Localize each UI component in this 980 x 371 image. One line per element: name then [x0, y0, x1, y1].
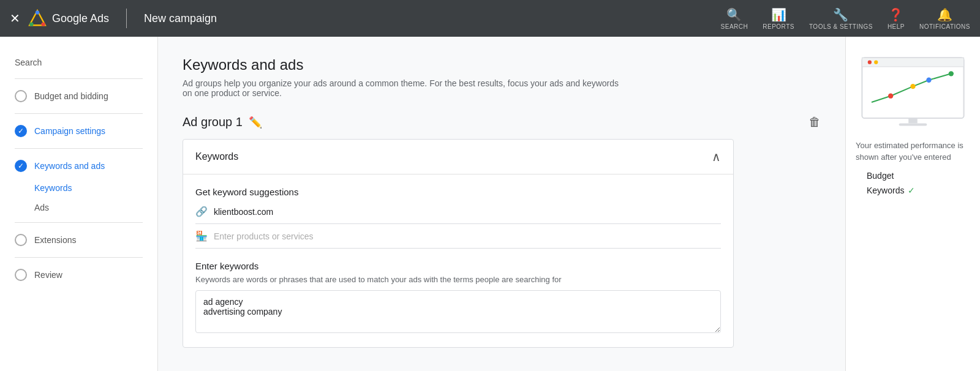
campaign-title: New campaign — [144, 12, 217, 25]
enter-keywords-desc: Keywords are words or phrases that are u… — [195, 275, 721, 284]
keywords-ads-label: Keywords and ads — [34, 161, 105, 171]
keywords-sub-label: Keywords — [34, 183, 72, 193]
keywords-card-header: Keywords ∧ — [183, 140, 733, 174]
help-nav-button[interactable]: ❓ HELP — [888, 7, 905, 30]
budget-label: Budget and bidding — [34, 91, 108, 101]
performance-list: Budget Keywords ✓ — [856, 171, 970, 195]
svg-point-10 — [888, 94, 893, 99]
performance-text: Your estimated performance is shown afte… — [856, 140, 970, 163]
keywords-check-icon: ✓ — [908, 186, 915, 195]
svg-rect-9 — [899, 123, 927, 126]
ad-group-header: Ad group 1 ✏️ 🗑 — [183, 115, 821, 129]
sidebar-item-campaign-settings[interactable]: ✓ Campaign settings — [0, 119, 157, 143]
products-input-row: 🏪 — [195, 230, 721, 249]
keywords-card-title: Keywords — [195, 151, 238, 162]
sidebar-item-search[interactable]: Search — [0, 51, 157, 73]
sidebar-item-budget[interactable]: Budget and bidding — [0, 84, 157, 108]
right-panel: Your estimated performance is shown afte… — [845, 37, 980, 371]
search-nav-button[interactable]: 🔍 SEARCH — [721, 7, 748, 30]
svg-point-2 — [29, 22, 33, 26]
svg-rect-8 — [908, 118, 918, 123]
svg-point-3 — [41, 22, 45, 26]
sidebar-item-ads[interactable]: Ads — [0, 198, 157, 217]
svg-point-7 — [874, 61, 878, 64]
keywords-textarea[interactable]: ad agency advertising company — [195, 290, 721, 333]
campaign-settings-label: Campaign settings — [34, 126, 105, 136]
link-icon: 🔗 — [195, 206, 208, 217]
logo-icon — [28, 9, 47, 28]
enter-keywords-title: Enter keywords — [195, 261, 721, 271]
budget-item-label: Budget — [867, 171, 894, 181]
svg-point-12 — [926, 78, 931, 83]
svg-point-13 — [949, 71, 954, 76]
get-suggestions-title: Get keyword suggestions — [195, 187, 721, 197]
campaign-settings-check-icon: ✓ — [15, 125, 27, 137]
top-nav: ✕ Google Ads New campaign 🔍 SEARCH 📊 REP… — [0, 0, 980, 37]
products-icon: 🏪 — [195, 230, 208, 242]
extensions-circle-icon — [15, 234, 27, 246]
search-nav-label: SEARCH — [721, 23, 748, 30]
delete-icon[interactable]: 🗑 — [809, 115, 821, 129]
keywords-ads-check-icon: ✓ — [15, 160, 27, 172]
help-nav-icon: ❓ — [888, 7, 903, 22]
notifications-nav-icon: 🔔 — [937, 7, 952, 22]
page-subtext: Ad groups help you organize your ads aro… — [183, 78, 624, 98]
search-nav-icon: 🔍 — [726, 7, 742, 22]
tools-nav-button[interactable]: 🔧 TOOLS & SETTINGS — [809, 7, 873, 30]
sidebar-item-keywords[interactable]: Keywords — [0, 178, 157, 198]
close-button[interactable]: ✕ — [10, 12, 20, 24]
ads-sub-label: Ads — [34, 203, 49, 212]
page-layout: Search Budget and bidding ✓ Campaign set… — [0, 37, 980, 371]
budget-circle-icon — [15, 90, 27, 102]
url-input-row: 🔗 — [195, 206, 721, 224]
reports-nav-button[interactable]: 📊 REPORTS — [763, 7, 794, 30]
extensions-label: Extensions — [34, 235, 76, 245]
performance-chart — [856, 51, 970, 128]
tools-nav-icon: 🔧 — [833, 7, 848, 22]
keywords-card: Keywords ∧ Get keyword suggestions 🔗 🏪 E… — [183, 139, 734, 348]
search-label: Search — [15, 58, 42, 67]
tools-nav-label: TOOLS & SETTINGS — [809, 23, 873, 30]
products-input[interactable] — [214, 231, 721, 241]
collapse-icon[interactable]: ∧ — [712, 149, 721, 164]
url-input[interactable] — [214, 207, 721, 217]
sidebar-divider-3 — [15, 148, 143, 149]
reports-nav-label: REPORTS — [763, 23, 794, 30]
performance-list-item-keywords: Keywords ✓ — [867, 186, 970, 195]
page-heading: Keywords and ads — [183, 56, 821, 73]
sidebar-divider-1 — [15, 78, 143, 79]
sidebar-item-review[interactable]: Review — [0, 263, 157, 287]
keywords-card-body: Get keyword suggestions 🔗 🏪 Enter keywor… — [183, 174, 733, 347]
reports-nav-icon: 📊 — [771, 7, 786, 22]
sidebar-divider-2 — [15, 113, 143, 114]
nav-left: ✕ Google Ads New campaign — [10, 9, 217, 28]
main-content: Keywords and ads Ad groups help you orga… — [158, 37, 845, 371]
review-label: Review — [34, 270, 62, 280]
notifications-nav-label: NOTIFICATIONS — [919, 23, 970, 30]
google-ads-logo: Google Ads — [28, 9, 109, 28]
svg-point-11 — [910, 84, 915, 89]
sidebar-item-extensions[interactable]: Extensions — [0, 228, 157, 252]
nav-right: 🔍 SEARCH 📊 REPORTS 🔧 TOOLS & SETTINGS ❓ … — [721, 7, 970, 30]
edit-icon[interactable]: ✏️ — [249, 116, 262, 129]
sidebar-item-keywords-and-ads[interactable]: ✓ Keywords and ads — [0, 154, 157, 178]
notifications-nav-button[interactable]: 🔔 NOTIFICATIONS — [919, 7, 970, 30]
logo-text: Google Ads — [52, 12, 109, 25]
sidebar-divider-4 — [15, 222, 143, 223]
review-circle-icon — [15, 269, 27, 281]
sidebar-divider-5 — [15, 257, 143, 258]
ad-group-title: Ad group 1 — [183, 115, 243, 129]
svg-point-6 — [868, 61, 872, 64]
performance-list-item-budget: Budget — [867, 171, 970, 181]
sidebar: Search Budget and bidding ✓ Campaign set… — [0, 37, 158, 371]
help-nav-label: HELP — [888, 23, 905, 30]
nav-divider — [126, 9, 127, 28]
svg-point-1 — [36, 10, 39, 14]
keywords-item-label: Keywords — [867, 186, 904, 195]
